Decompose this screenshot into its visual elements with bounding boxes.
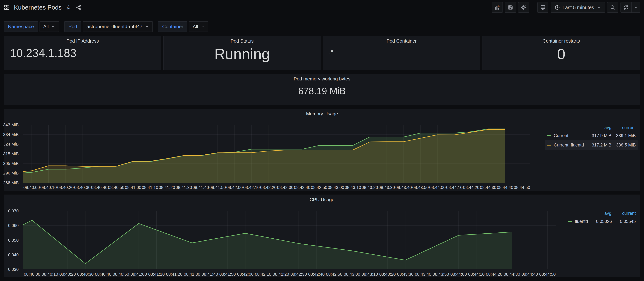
x-axis-label: 08:40:10 <box>40 185 57 190</box>
x-axis-label: 08:43:40 <box>396 185 412 190</box>
series-name[interactable]: Current: fluentd <box>554 143 584 148</box>
clock-icon <box>555 5 560 10</box>
series-fill <box>23 129 505 183</box>
panel-title[interactable]: Pod memory working bytes <box>4 75 640 82</box>
y-axis-label: 0.040 <box>8 252 19 257</box>
panel-title[interactable]: Pod Status <box>164 37 321 44</box>
x-axis-label: 08:42:20 <box>260 185 276 190</box>
x-axis-label: 08:40:40 <box>95 272 111 277</box>
chart-canvas[interactable] <box>23 211 556 269</box>
memory-usage-chart[interactable] <box>23 125 530 183</box>
series-color-dash <box>546 135 551 136</box>
legend-row[interactable]: fluentd0.050260.05545 <box>566 217 638 226</box>
y-axis-label: 343 MiB <box>3 122 19 127</box>
x-axis-label: 08:42:10 <box>243 185 260 190</box>
legend-avg-value: 0.05026 <box>588 219 612 224</box>
panel-title[interactable]: Memory Usage <box>4 110 640 117</box>
x-axis-label: 08:41:40 <box>202 272 218 277</box>
series-name[interactable]: Current: <box>554 133 570 138</box>
y-axis: 0.0700.0600.0500.0400.030 <box>4 211 21 269</box>
x-axis-label: 08:40:20 <box>57 185 74 190</box>
x-axis: 08:40:0008:40:1008:40:2008:40:3008:40:40… <box>23 184 530 190</box>
x-axis-label: 08:44:20 <box>463 185 479 190</box>
x-axis-label: 08:42:00 <box>226 185 243 190</box>
x-axis-label: 08:40:00 <box>24 272 40 277</box>
x-axis-label: 08:44:10 <box>468 272 484 277</box>
x-axis-label: 08:40:30 <box>77 272 94 277</box>
save-dashboard-button[interactable] <box>505 2 516 13</box>
refresh-button[interactable] <box>621 2 632 12</box>
x-axis-label: 08:42:10 <box>255 272 271 277</box>
panel-title[interactable]: Pod IP Address <box>4 37 161 44</box>
star-icon[interactable]: ☆ <box>66 4 72 10</box>
cycle-view-mode-button[interactable] <box>537 2 548 13</box>
panel-title[interactable]: Pod Container <box>323 37 480 44</box>
dashboard-settings-button[interactable] <box>518 2 529 13</box>
legend-header-current[interactable]: current <box>612 125 636 130</box>
variable-dropdown-pod[interactable]: astronomer-fluentd-mbf47 <box>83 21 153 32</box>
x-axis-label: 08:43:50 <box>433 272 449 277</box>
x-axis-label: 08:43:30 <box>378 185 395 190</box>
x-axis-label: 08:42:50 <box>311 185 327 190</box>
x-axis-label: 08:40:00 <box>24 185 40 190</box>
panel-title[interactable]: CPU Usage <box>4 196 640 203</box>
variable-namespace: NamespaceAll <box>4 21 59 32</box>
chart-canvas[interactable] <box>23 125 530 183</box>
legend-avg-value: 317.9 MiB <box>587 133 612 138</box>
legend-row[interactable]: Current: fluentd317.2 MiB338.5 MiB <box>545 140 638 150</box>
x-axis-label: 08:44:50 <box>539 272 556 277</box>
x-axis-label: 08:43:10 <box>362 272 378 277</box>
x-axis-label: 08:41:10 <box>142 185 158 190</box>
y-axis-label: 324 MiB <box>3 142 19 146</box>
x-axis-label: 08:41:30 <box>184 272 200 277</box>
variable-dropdown-namespace[interactable]: All <box>40 21 59 32</box>
stat-value-pod-status: Running <box>164 46 321 63</box>
panel-title[interactable]: Container restarts <box>482 37 640 44</box>
variable-label-pod[interactable]: Pod <box>64 21 81 32</box>
x-axis-label: 08:43:00 <box>328 185 344 190</box>
x-axis-label: 08:43:50 <box>412 185 429 190</box>
x-axis-label: 08:44:00 <box>450 272 467 277</box>
chevron-down-icon <box>200 25 204 28</box>
share-icon[interactable] <box>76 5 81 10</box>
x-axis-label: 08:41:20 <box>159 185 175 190</box>
legend-header: avgcurrent <box>566 210 638 217</box>
chevron-down-icon <box>51 25 55 28</box>
y-axis-label: 0.060 <box>8 223 19 228</box>
time-range-label: Last 5 minutes <box>562 5 594 10</box>
refresh-interval-dropdown[interactable] <box>632 2 640 12</box>
x-axis-label: 08:41:40 <box>192 185 209 190</box>
dashboard-grid-icon[interactable] <box>4 4 10 10</box>
variable-pod: Podastronomer-fluentd-mbf47 <box>64 21 153 32</box>
template-variables-row: NamespaceAllPodastronomer-fluentd-mbf47C… <box>4 21 214 32</box>
x-axis-label: 08:44:10 <box>446 185 462 190</box>
y-axis-label: 315 MiB <box>3 151 19 156</box>
legend-header-avg[interactable]: avg <box>587 211 612 216</box>
dashboard-title[interactable]: Kubernetes Pods <box>14 4 62 11</box>
add-panel-button[interactable] <box>492 2 503 13</box>
variable-label-container[interactable]: Container <box>158 21 187 32</box>
legend-current-value: 338.5 MiB <box>612 143 636 148</box>
legend-header-avg[interactable]: avg <box>587 125 612 130</box>
variable-selected-value: All <box>43 24 48 29</box>
cpu-usage-chart[interactable] <box>23 211 556 269</box>
legend-row[interactable]: Current:317.9 MiB339.1 MiB <box>545 131 638 140</box>
legend-header-current[interactable]: current <box>612 211 636 216</box>
stat-value-pod-container: .* <box>328 47 334 56</box>
x-axis-label: 08:44:30 <box>480 185 496 190</box>
x-axis-label: 08:42:40 <box>308 272 324 277</box>
x-axis-label: 08:43:20 <box>379 272 396 277</box>
variable-label-namespace[interactable]: Namespace <box>4 21 38 32</box>
variable-dropdown-container[interactable]: All <box>189 21 208 32</box>
y-axis: 343 MiB334 MiB324 MiB315 MiB305 MiB296 M… <box>4 125 21 183</box>
x-axis-label: 08:40:30 <box>74 185 90 190</box>
graph-panel-cpu-usage: CPU Usage 0.0700.0600.0500.0400.030 08:4… <box>4 195 640 277</box>
x-axis-label: 08:44:40 <box>497 185 513 190</box>
graph-panel-memory-usage: Memory Usage 343 MiB334 MiB324 MiB315 Mi… <box>4 109 640 191</box>
series-name[interactable]: fluentd <box>575 219 588 224</box>
variable-container: ContainerAll <box>158 21 208 32</box>
zoom-out-button[interactable] <box>607 2 618 13</box>
time-range-picker[interactable]: Last 5 minutes <box>551 2 605 13</box>
x-axis-label: 08:42:30 <box>277 185 294 190</box>
x-axis-label: 08:44:30 <box>504 272 520 277</box>
